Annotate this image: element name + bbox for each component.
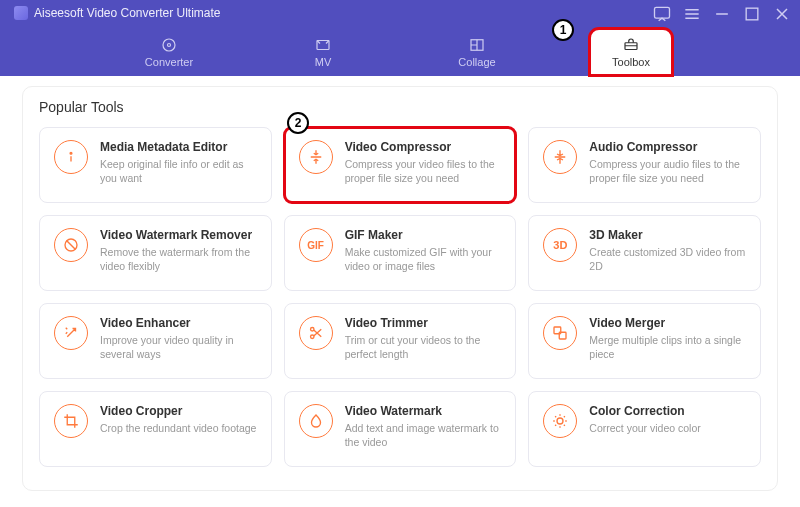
tool-audio-compressor[interactable]: Audio Compressor Compress your audio fil…: [528, 127, 761, 203]
tool-color-correction[interactable]: Color Correction Correct your video colo…: [528, 391, 761, 467]
tool-video-watermark-remover[interactable]: Video Watermark Remover Remove the water…: [39, 215, 272, 291]
info-icon: [54, 140, 88, 174]
tab-toolbox[interactable]: Toolbox: [589, 28, 673, 76]
tool-video-watermark[interactable]: Video Watermark Add text and image water…: [284, 391, 517, 467]
tool-video-enhancer[interactable]: Video Enhancer Improve your video qualit…: [39, 303, 272, 379]
tool-desc: Add text and image watermark to the vide…: [345, 421, 502, 449]
tool-video-cropper[interactable]: Video Cropper Crop the redundant video f…: [39, 391, 272, 467]
app-logo-icon: [14, 6, 28, 20]
tool-video-compressor[interactable]: Video Compressor Compress your video fil…: [284, 127, 517, 203]
tool-desc: Create customized 3D video from 2D: [589, 245, 746, 273]
menu-icon[interactable]: [682, 4, 702, 24]
tool-title: Color Correction: [589, 404, 746, 418]
svg-point-3: [168, 44, 171, 47]
step-callout-1: 1: [552, 19, 574, 41]
tool-title: Video Watermark: [345, 404, 502, 418]
tool-title: GIF Maker: [345, 228, 502, 242]
minimize-icon[interactable]: [712, 4, 732, 24]
tab-mv[interactable]: MV: [281, 28, 365, 76]
svg-point-7: [70, 152, 72, 154]
3d-icon: 3D: [543, 228, 577, 262]
tool-title: Video Watermark Remover: [100, 228, 257, 242]
tool-title: Video Enhancer: [100, 316, 257, 330]
close-icon[interactable]: [772, 4, 792, 24]
tool-title: Media Metadata Editor: [100, 140, 257, 154]
tab-converter[interactable]: Converter: [127, 28, 211, 76]
tool-title: Video Merger: [589, 316, 746, 330]
svg-rect-1: [746, 8, 758, 20]
remove-watermark-icon: [54, 228, 88, 262]
tool-desc: Crop the redundant video footage: [100, 421, 257, 435]
merge-icon: [543, 316, 577, 350]
audio-compress-icon: [543, 140, 577, 174]
watermark-icon: [299, 404, 333, 438]
tool-title: Video Cropper: [100, 404, 257, 418]
app-title: Aiseesoft Video Converter Ultimate: [34, 6, 221, 20]
tools-panel: Popular Tools Media Metadata Editor Keep…: [22, 86, 778, 491]
tool-title: Video Compressor: [345, 140, 502, 154]
gif-icon: GIF: [299, 228, 333, 262]
section-heading: Popular Tools: [39, 99, 761, 115]
tab-collage[interactable]: Collage: [435, 28, 519, 76]
tool-desc: Trim or cut your videos to the perfect l…: [345, 333, 502, 361]
tool-desc: Compress your audio files to the proper …: [589, 157, 746, 185]
step-callout-2: 2: [287, 112, 309, 134]
tool-video-merger[interactable]: Video Merger Merge multiple clips into a…: [528, 303, 761, 379]
tool-desc: Remove the watermark from the video flex…: [100, 245, 257, 273]
svg-rect-0: [655, 7, 670, 18]
tool-desc: Make customized GIF with your video or i…: [345, 245, 502, 273]
tab-label: Toolbox: [612, 56, 650, 68]
main-nav: Converter MV Collage Toolbox: [0, 28, 800, 76]
tool-title: Video Trimmer: [345, 316, 502, 330]
app-title-row: Aiseesoft Video Converter Ultimate: [14, 6, 221, 20]
tool-desc: Keep original file info or edit as you w…: [100, 157, 257, 185]
crop-icon: [54, 404, 88, 438]
tool-gif-maker[interactable]: GIF GIF Maker Make customized GIF with y…: [284, 215, 517, 291]
tab-label: Collage: [458, 56, 495, 68]
sun-icon: [543, 404, 577, 438]
tab-label: Converter: [145, 56, 193, 68]
tools-grid: Media Metadata Editor Keep original file…: [39, 127, 761, 467]
tool-3d-maker[interactable]: 3D 3D Maker Create customized 3D video f…: [528, 215, 761, 291]
scissors-icon: [299, 316, 333, 350]
tool-desc: Improve your video quality in several wa…: [100, 333, 257, 361]
tab-label: MV: [315, 56, 332, 68]
feedback-icon[interactable]: [652, 4, 672, 24]
tool-title: Audio Compressor: [589, 140, 746, 154]
enhance-icon: [54, 316, 88, 350]
tool-desc: Correct your video color: [589, 421, 746, 435]
svg-point-2: [163, 39, 175, 51]
content-area: Popular Tools Media Metadata Editor Keep…: [0, 76, 800, 507]
tool-desc: Compress your video files to the proper …: [345, 157, 502, 185]
app-header: Aiseesoft Video Converter Ultimate Conve…: [0, 0, 800, 76]
svg-point-13: [557, 418, 563, 424]
window-controls: [652, 4, 792, 24]
compress-icon: [299, 140, 333, 174]
tool-media-metadata-editor[interactable]: Media Metadata Editor Keep original file…: [39, 127, 272, 203]
tool-video-trimmer[interactable]: Video Trimmer Trim or cut your videos to…: [284, 303, 517, 379]
maximize-icon[interactable]: [742, 4, 762, 24]
tool-title: 3D Maker: [589, 228, 746, 242]
tool-desc: Merge multiple clips into a single piece: [589, 333, 746, 361]
